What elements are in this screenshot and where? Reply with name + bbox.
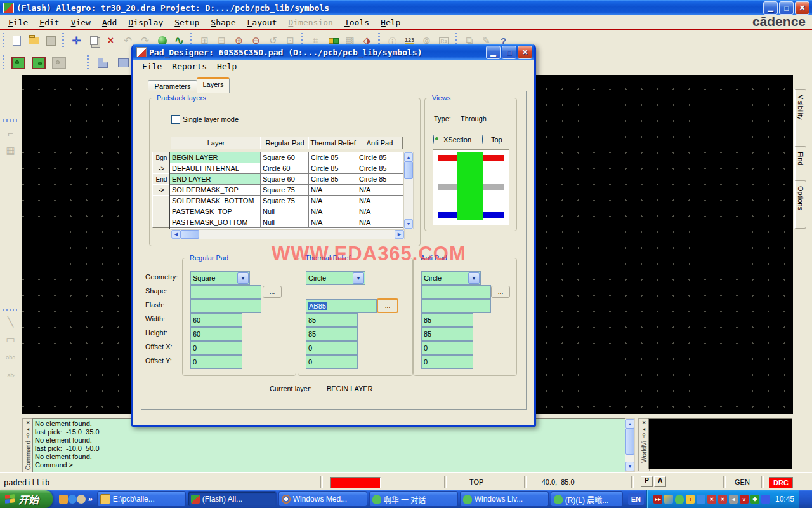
- hscroll-thumb[interactable]: [180, 230, 199, 239]
- anti-offset-y-input[interactable]: 0: [421, 355, 473, 369]
- scroll-down-icon[interactable]: ▼: [625, 462, 634, 471]
- tray-net-error-icon[interactable]: ✕: [707, 495, 716, 504]
- console-vscrollbar[interactable]: ▲ ▼: [625, 418, 635, 472]
- tab-options[interactable]: Options: [794, 180, 806, 229]
- start-button[interactable]: 开始: [0, 490, 53, 508]
- toolbar-grip[interactable]: [62, 33, 64, 48]
- tab-layers[interactable]: Layers: [197, 77, 230, 93]
- cell-thermal[interactable]: N/A: [309, 217, 357, 228]
- thermal-offset-y-input[interactable]: 0: [306, 355, 358, 369]
- cell-anti[interactable]: Circle 85: [357, 163, 404, 174]
- scroll-right-icon[interactable]: ▶: [395, 230, 404, 239]
- dialog-minimize-button[interactable]: ▁: [486, 46, 501, 59]
- cell-layer[interactable]: SOLDERMASK_BOTTOM: [170, 196, 261, 206]
- new-file-icon[interactable]: [8, 32, 25, 49]
- cell-layer[interactable]: SOLDERMASK_TOP: [170, 185, 261, 196]
- cell-thermal[interactable]: Circle 85: [309, 152, 357, 163]
- dialog-close-button[interactable]: ✕: [518, 46, 532, 59]
- thermal-flash-browse-button[interactable]: ...: [377, 298, 398, 313]
- cell-thermal[interactable]: Circle 85: [309, 163, 357, 174]
- console-prompt[interactable]: Command >: [35, 461, 627, 469]
- cell-regular[interactable]: Square 75: [261, 185, 309, 196]
- taskbar-item-contact[interactable]: (R)(L) 晨曦...: [551, 491, 623, 507]
- menu-tools[interactable]: Tools: [344, 18, 369, 27]
- cell-regular[interactable]: Square 60: [261, 174, 309, 185]
- language-indicator[interactable]: EN: [628, 493, 644, 505]
- regular-geometry-combobox[interactable]: Square ▼: [190, 271, 250, 285]
- thermal-flash-input[interactable]: AB85: [306, 299, 377, 313]
- table-row[interactable]: END LAYER Square 60 Circle 85 Circle 85: [170, 174, 404, 185]
- row-button-arrow-2[interactable]: ->: [152, 184, 171, 196]
- cell-layer[interactable]: DEFAULT INTERNAL: [170, 163, 261, 174]
- maximize-button[interactable]: □: [779, 1, 794, 15]
- toolbar-grip[interactable]: [3, 119, 18, 122]
- dialog-menu-reports[interactable]: Reports: [172, 62, 207, 71]
- cell-regular[interactable]: Null: [261, 217, 309, 228]
- column-header-regular-pad[interactable]: Regular Pad: [260, 137, 310, 149]
- taskbar-item-explorer[interactable]: E:\pcb\alle...: [97, 491, 186, 507]
- taskbar-item-chat[interactable]: 啊华 一 对话: [369, 491, 458, 507]
- regular-offset-y-input[interactable]: 0: [190, 355, 242, 369]
- cell-thermal[interactable]: N/A: [309, 206, 357, 217]
- tray-security-shield-icon[interactable]: !: [686, 495, 695, 504]
- tab-find[interactable]: Find: [794, 146, 806, 184]
- quicklaunch-icon-2[interactable]: [68, 495, 77, 504]
- cell-anti[interactable]: N/A: [357, 206, 404, 217]
- regular-shape-browse-button[interactable]: ...: [263, 286, 282, 298]
- table-row[interactable]: DEFAULT INTERNAL Circle 60 Circle 85 Cir…: [170, 163, 404, 174]
- dialog-menu-file[interactable]: File: [142, 62, 162, 71]
- regular-height-input[interactable]: 60: [190, 327, 242, 341]
- shape-l-icon[interactable]: [93, 53, 113, 72]
- close-icon[interactable]: ✕: [25, 420, 32, 426]
- vscroll-thumb[interactable]: [404, 161, 413, 179]
- anti-offset-x-input[interactable]: 0: [421, 341, 473, 355]
- toolbar-grip[interactable]: [3, 309, 18, 311]
- menu-edit[interactable]: Edit: [39, 18, 59, 27]
- collapse-icon[interactable]: ◂: [25, 426, 32, 432]
- quicklaunch-icon-3[interactable]: [77, 495, 86, 504]
- cell-thermal[interactable]: N/A: [309, 196, 357, 206]
- thermal-geometry-combobox[interactable]: Circle ▼: [306, 271, 365, 285]
- regular-shape-input[interactable]: [190, 285, 261, 299]
- menu-display[interactable]: Display: [128, 18, 163, 27]
- row-button-bgn[interactable]: Bgn: [152, 152, 171, 163]
- collapse-icon[interactable]: ◂: [641, 426, 648, 432]
- dialog-maximize-button[interactable]: □: [502, 46, 516, 59]
- tray-net-error-icon-2[interactable]: ✕: [718, 495, 727, 504]
- scroll-up-icon[interactable]: ▲: [625, 419, 634, 429]
- taskbar-clock[interactable]: 10:45: [775, 495, 794, 504]
- tray-display-icon[interactable]: [761, 495, 770, 504]
- cell-regular[interactable]: Square 60: [261, 152, 309, 163]
- cell-anti[interactable]: N/A: [357, 185, 404, 196]
- console-scroll-thumb[interactable]: [625, 428, 634, 455]
- cell-regular[interactable]: Null: [261, 206, 309, 217]
- anti-geometry-combobox[interactable]: Circle ▼: [421, 271, 481, 285]
- tab-visibility[interactable]: Visibility: [794, 89, 806, 150]
- board-green-2-icon[interactable]: [29, 53, 49, 72]
- toolbar-grip[interactable]: [3, 55, 4, 70]
- cell-regular[interactable]: Circle 60: [261, 163, 309, 174]
- table-row[interactable]: PASTEMASK_BOTTOM Null N/A N/A: [170, 217, 404, 228]
- tray-ff-icon[interactable]: FF: [653, 495, 662, 504]
- row-button-arrow-1[interactable]: ->: [152, 163, 171, 174]
- menu-add[interactable]: Add: [102, 18, 117, 27]
- cell-anti[interactable]: Circle 85: [357, 152, 404, 163]
- row-button-blank-1[interactable]: [152, 195, 171, 206]
- taskbar-item-windows-live[interactable]: Windows Liv...: [460, 491, 549, 507]
- anti-flash-input[interactable]: [421, 299, 491, 313]
- tray-messenger-icon[interactable]: [675, 495, 684, 504]
- tray-volume-icon[interactable]: ◂: [729, 495, 738, 504]
- minimize-button[interactable]: ▁: [763, 1, 778, 15]
- chevron-down-icon[interactable]: ▼: [237, 272, 249, 284]
- top-radio[interactable]: [482, 135, 483, 144]
- dialog-menu-help[interactable]: Help: [217, 62, 237, 71]
- taskbar-item-media-player[interactable]: Windows Med...: [278, 491, 367, 507]
- menu-shape[interactable]: Shape: [211, 18, 235, 27]
- worldview-canvas[interactable]: [648, 418, 792, 469]
- menu-layout[interactable]: Layout: [247, 18, 277, 27]
- single-layer-mode-checkbox[interactable]: [171, 115, 180, 124]
- menu-help[interactable]: Help: [381, 18, 400, 27]
- row-button-blank-2[interactable]: [152, 206, 171, 217]
- tray-network-icon[interactable]: [697, 495, 705, 504]
- cell-layer[interactable]: PASTEMASK_BOTTOM: [170, 217, 261, 228]
